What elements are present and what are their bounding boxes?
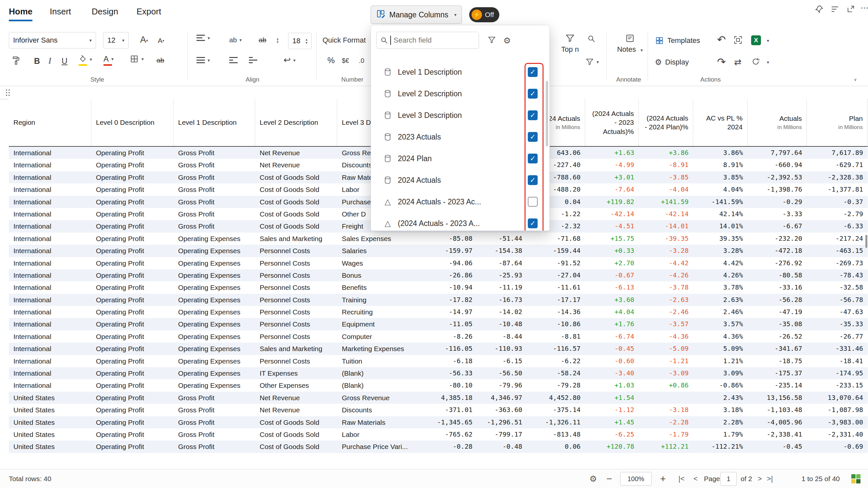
first-page-button[interactable]: |< bbox=[678, 475, 685, 483]
manage-columns-item[interactable]: Level 2 Description✓ bbox=[371, 83, 550, 104]
redo-button[interactable]: ↷ bbox=[717, 56, 726, 68]
manage-columns-item[interactable]: △(2024 Actuals - 2023 A...✓ bbox=[371, 213, 550, 231]
table-row[interactable]: InternationalOperating ProfitOperating E… bbox=[9, 367, 868, 379]
font-size-decrease-button[interactable]: A▾ bbox=[158, 37, 164, 44]
prev-page-button[interactable]: < bbox=[693, 475, 698, 483]
text-case-button[interactable]: ab ▾ bbox=[229, 36, 242, 44]
strikethrough-button[interactable]: ab bbox=[156, 56, 164, 64]
column-header[interactable]: Region bbox=[9, 99, 91, 146]
wrap-text-button[interactable]: ↩ ▾ bbox=[283, 55, 296, 65]
filter-list-icon[interactable] bbox=[830, 5, 839, 15]
tab-home[interactable]: Home bbox=[9, 6, 32, 21]
collapse-ribbon-icon[interactable]: ∨ bbox=[854, 77, 857, 82]
manage-columns-item[interactable]: Level 1 Description✓ bbox=[371, 61, 550, 83]
table-row[interactable]: United StatesOperating ProfitGross Profi… bbox=[9, 416, 868, 428]
chevron-down-icon[interactable]: ▾ bbox=[767, 60, 769, 65]
fill-color-button[interactable]: ▾ bbox=[79, 55, 92, 64]
page-input[interactable]: 1 bbox=[720, 472, 737, 486]
column-header[interactable]: Level 2 Description bbox=[255, 99, 337, 146]
table-row[interactable]: United StatesOperating ProfitGross Profi… bbox=[9, 440, 868, 453]
tab-export[interactable]: Export bbox=[136, 6, 161, 20]
zoom-in-button[interactable]: + bbox=[660, 473, 666, 484]
tab-insert[interactable]: Insert bbox=[50, 6, 71, 20]
column-checkbox[interactable]: ✓ bbox=[528, 132, 538, 142]
quick-format-button[interactable]: Quick Format bbox=[322, 36, 366, 44]
vertical-align-button[interactable]: ▾ bbox=[196, 35, 210, 41]
column-header[interactable]: (2024 Actuals - 2023 Actuals)% bbox=[585, 99, 639, 146]
notes-button[interactable]: Notes ▾ bbox=[613, 33, 647, 54]
bold-button[interactable]: B bbox=[34, 56, 40, 66]
settings-icon[interactable]: ⚙ bbox=[589, 474, 597, 484]
refresh-button[interactable] bbox=[751, 57, 760, 67]
borders-button[interactable]: ▾ bbox=[130, 54, 144, 64]
table-row[interactable]: InternationalOperating ProfitOperating E… bbox=[9, 257, 868, 269]
column-checkbox[interactable]: ✓ bbox=[528, 89, 538, 99]
undo-button[interactable]: ↶ bbox=[717, 33, 726, 46]
table-row[interactable]: InternationalOperating ProfitOperating E… bbox=[9, 294, 868, 306]
table-row[interactable]: United StatesOperating ProfitGross Profi… bbox=[9, 428, 868, 440]
last-page-button[interactable]: >| bbox=[767, 475, 773, 483]
table-row[interactable]: InternationalOperating ProfitOperating E… bbox=[9, 233, 868, 245]
panel-scrollbar[interactable] bbox=[546, 81, 548, 146]
column-header[interactable]: (2024 Actuals - 2024 Plan)% bbox=[639, 99, 693, 146]
table-row[interactable]: United StatesOperating ProfitGross Profi… bbox=[9, 392, 868, 404]
currency-format-button[interactable]: $€ bbox=[342, 57, 349, 64]
row-height-stepper[interactable]: 18 ▴▾ bbox=[288, 33, 312, 49]
manage-columns-item[interactable]: Level 3 Description✓ bbox=[371, 104, 550, 126]
column-checkbox[interactable]: ✓ bbox=[528, 154, 538, 163]
manage-columns-item[interactable]: 2024 Plan✓ bbox=[371, 148, 550, 169]
table-row[interactable]: InternationalOperating ProfitOperating E… bbox=[9, 379, 868, 391]
manage-columns-button[interactable]: Manage Columns ▾ bbox=[371, 6, 462, 24]
column-header[interactable]: AC vs PL % 2024 bbox=[693, 99, 747, 146]
italic-button[interactable]: I bbox=[49, 56, 51, 65]
indent-decrease-button[interactable] bbox=[229, 57, 238, 63]
column-checkbox[interactable]: ✓ bbox=[528, 67, 538, 77]
search-field[interactable] bbox=[376, 32, 479, 49]
column-checkbox[interactable]: ✓ bbox=[528, 111, 538, 120]
manage-columns-item[interactable]: △2024 Actuals - 2023 Ac... bbox=[371, 191, 550, 213]
table-scrollbar[interactable] bbox=[865, 235, 867, 248]
table-row[interactable]: InternationalOperating ProfitOperating E… bbox=[9, 245, 868, 257]
table-row[interactable]: InternationalOperating ProfitOperating E… bbox=[9, 355, 868, 367]
column-checkbox[interactable]: ✓ bbox=[528, 175, 538, 185]
live-mode-toggle[interactable]: ⚡ Off bbox=[469, 7, 499, 22]
table-row[interactable]: InternationalOperating ProfitOperating E… bbox=[9, 343, 868, 355]
more-icon[interactable]: ⋯ bbox=[861, 3, 868, 12]
top-n-button[interactable]: Top n bbox=[555, 33, 585, 54]
manage-columns-item[interactable]: 2023 Actuals✓ bbox=[371, 126, 550, 148]
column-header[interactable]: Level 0 Description bbox=[91, 99, 174, 146]
excel-export-button[interactable]: X bbox=[751, 35, 761, 45]
swap-button[interactable]: ⇄ bbox=[734, 57, 742, 67]
zoom-out-button[interactable]: − bbox=[607, 473, 612, 484]
table-row[interactable]: United StatesOperating ProfitGross Profi… bbox=[9, 404, 868, 416]
table-row[interactable]: InternationalOperating ProfitOperating E… bbox=[9, 318, 868, 330]
filter-icon[interactable] bbox=[488, 36, 496, 45]
column-header[interactable]: Planin Millions bbox=[807, 99, 868, 146]
display-button[interactable]: ⚙ Display bbox=[655, 58, 689, 67]
column-checkbox[interactable] bbox=[528, 197, 538, 207]
table-row[interactable]: InternationalOperating ProfitOperating E… bbox=[9, 269, 868, 281]
expand-icon[interactable] bbox=[846, 5, 855, 15]
chevron-down-icon[interactable]: ▾ bbox=[767, 38, 769, 43]
manage-columns-item[interactable]: 2024 Actuals✓ bbox=[371, 169, 550, 191]
drag-handle-icon[interactable] bbox=[5, 89, 11, 98]
font-family-select[interactable]: Inforiver Sans ▾ bbox=[9, 32, 96, 49]
decimal-format-button[interactable]: .0 bbox=[359, 57, 365, 64]
table-row[interactable]: InternationalOperating ProfitOperating E… bbox=[9, 281, 868, 294]
frame-button[interactable] bbox=[734, 35, 743, 46]
filter-dropdown-button[interactable]: ▾ bbox=[585, 58, 599, 66]
underline-button[interactable]: U bbox=[62, 56, 67, 66]
indent-increase-button[interactable] bbox=[249, 57, 257, 63]
templates-button[interactable]: Templates bbox=[655, 36, 700, 45]
table-row[interactable]: InternationalOperating ProfitOperating E… bbox=[9, 331, 868, 343]
font-size-increase-button[interactable]: A▴ bbox=[140, 35, 148, 45]
zoom-level[interactable]: 100% bbox=[620, 472, 652, 486]
table-row[interactable]: InternationalOperating ProfitOperating E… bbox=[9, 306, 868, 318]
search-input[interactable] bbox=[393, 36, 469, 45]
font-color-button[interactable]: A ▾ bbox=[103, 54, 114, 64]
column-header[interactable]: Level 1 Description bbox=[174, 99, 255, 146]
format-painter-button[interactable] bbox=[11, 56, 21, 65]
clear-format-button[interactable]: ab bbox=[259, 36, 266, 44]
settings-icon[interactable]: ⚙ bbox=[503, 36, 511, 46]
font-size-select[interactable]: 12 ▾ bbox=[103, 32, 129, 49]
